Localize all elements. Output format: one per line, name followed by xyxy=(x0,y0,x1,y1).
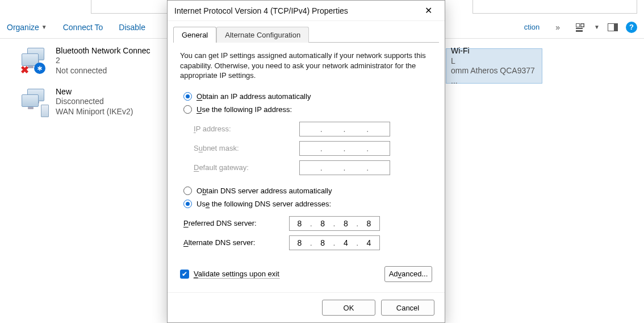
connection-name: New xyxy=(56,87,133,97)
organize-menu[interactable]: Organize ▼ xyxy=(7,23,47,32)
ipv4-properties-dialog: Internet Protocol Version 4 (TCP/IPv4) P… xyxy=(167,0,445,323)
cutoff-label: ction xyxy=(524,23,540,31)
details-pane-icon[interactable] xyxy=(608,23,618,31)
organize-label: Organize xyxy=(7,23,39,32)
connection-status: Disconnected xyxy=(56,97,133,107)
bluetooth-icon: ∗ xyxy=(34,63,45,74)
help-icon[interactable]: ? xyxy=(626,22,637,33)
connection-item-new[interactable]: New Disconnected WAN Miniport (IKEv2) xyxy=(18,84,166,119)
error-x-icon: ✖ xyxy=(20,66,30,75)
connection-status: Not connected xyxy=(56,66,150,76)
preferred-dns-input[interactable]: 8. 8. 8. 8 xyxy=(289,216,380,231)
radio-obtain-ip-auto[interactable]: Obtain an IP address automatically xyxy=(180,92,432,101)
dialog-title: Internet Protocol Version 4 (TCP/IPv4) P… xyxy=(174,6,419,15)
radio-use-following-dns[interactable]: Use the following DNS server addresses: xyxy=(180,200,432,208)
radio-use-following-ip[interactable]: Use the following IP address: xyxy=(180,105,432,114)
tab-general[interactable]: General xyxy=(173,27,216,43)
dialog-buttons: OK Cancel xyxy=(168,292,445,322)
view-options-icon[interactable] xyxy=(576,23,586,31)
disable-button[interactable]: Disable xyxy=(119,23,145,32)
default-gateway-input: ... xyxy=(299,160,390,175)
intro-text: You can get IP settings assigned automat… xyxy=(180,51,432,81)
connection-driver: omm Atheros QCA9377 ... xyxy=(451,66,540,86)
subnet-mask-label: Subnet mask: xyxy=(194,144,299,152)
ip-address-input: ... xyxy=(299,122,390,136)
connection-item-bluetooth[interactable]: ∗ ✖ Bluetooth Network Connec 2 Not conne… xyxy=(18,43,166,78)
tab-alternate-configuration[interactable]: Alternate Configuration xyxy=(216,27,309,43)
dialog-titlebar: Internet Protocol Version 4 (TCP/IPv4) P… xyxy=(168,1,445,21)
radio-icon xyxy=(183,200,192,208)
connection-item-wifi[interactable]: Wi-Fi L omm Atheros QCA9377 ... xyxy=(446,48,542,84)
ok-button[interactable]: OK xyxy=(322,300,375,316)
connection-line2: 2 xyxy=(56,56,150,66)
chevron-down-icon: ▼ xyxy=(41,24,47,30)
subnet-mask-input: ... xyxy=(299,141,390,156)
network-icon xyxy=(20,86,51,116)
overflow-chevron-icon[interactable]: » xyxy=(555,23,560,32)
connection-line2: L xyxy=(451,56,540,67)
server-icon xyxy=(41,105,49,117)
chevron-down-icon[interactable]: ▼ xyxy=(594,24,600,30)
network-icon: ∗ ✖ xyxy=(20,45,51,75)
preferred-dns-label: Preferred DNS server: xyxy=(183,219,289,227)
search-box[interactable] xyxy=(472,0,637,14)
radio-obtain-dns-auto[interactable]: Obtain DNS server address automatically xyxy=(180,187,432,195)
connect-to-button[interactable]: Connect To xyxy=(63,23,103,32)
alternate-dns-input[interactable]: 8. 8. 4. 4 xyxy=(289,235,380,250)
connection-name: Bluetooth Network Connec xyxy=(56,46,150,56)
connection-name: Wi-Fi xyxy=(451,46,540,56)
advanced-button[interactable]: Advanced... xyxy=(384,266,432,282)
alternate-dns-label: Alternate DNS server: xyxy=(183,238,289,247)
radio-icon xyxy=(183,92,192,101)
connection-driver: WAN Miniport (IKEv2) xyxy=(56,107,133,117)
radio-icon xyxy=(183,105,192,114)
default-gateway-label: Default gateway: xyxy=(194,163,299,172)
cancel-button[interactable]: Cancel xyxy=(381,300,434,316)
ip-address-label: IP address: xyxy=(194,125,299,133)
tab-strip: General Alternate Configuration xyxy=(168,21,445,43)
close-icon[interactable]: ✕ xyxy=(419,3,438,18)
radio-icon xyxy=(183,187,192,195)
